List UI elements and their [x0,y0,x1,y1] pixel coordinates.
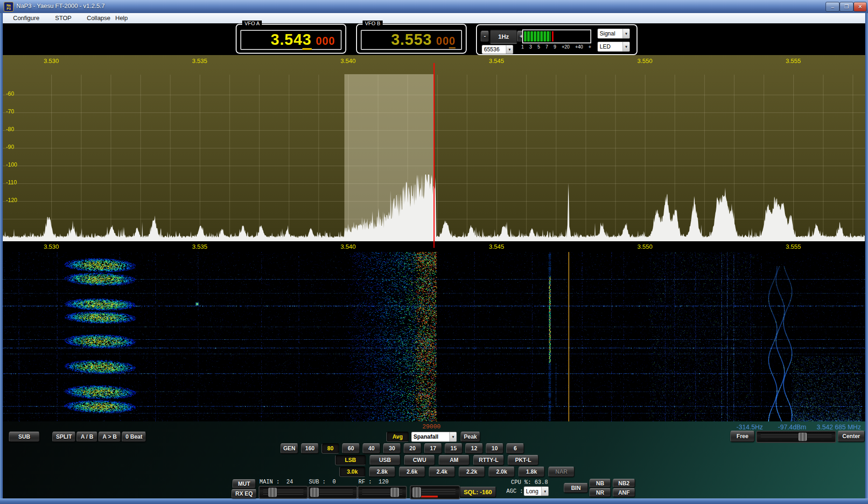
window-border-right [865,13,868,498]
pan-slider-thumb[interactable] [798,432,807,441]
vfo-b-display[interactable]: 3.553 000 [361,30,462,50]
filter-button-2-6k[interactable]: 2.6k [399,467,425,477]
app-window: Na P3 NaP3 - Yaesu FT-2000 - v1.2.5.7 – … [0,0,868,504]
band-button-6[interactable]: 6 [506,443,524,454]
center-button[interactable]: Center [838,431,865,442]
band-button-160[interactable]: 160 [301,443,319,454]
split-button[interactable]: SPLIT [52,432,76,442]
cursor-frequency-readout: 3.542 685 MHz [817,423,861,431]
squelch-thumb[interactable] [412,487,421,498]
maximize-icon: ❐ [844,4,849,10]
close-button[interactable]: ✕ [854,2,867,12]
menu-help[interactable]: Help [115,14,128,21]
filter-button-3-0k[interactable]: 3.0k [339,467,365,477]
dropdown-arrow-icon: ▾ [623,42,630,51]
nb-button[interactable]: NB [589,479,611,488]
bin-button[interactable]: BIN [564,483,588,493]
band-button-17[interactable]: 17 [424,443,442,454]
peak-button[interactable]: Peak [461,432,480,442]
scale-tick: 1 [521,44,524,49]
a-to-b-button[interactable]: A > B [98,432,121,442]
s-meter-peak-marker [552,31,553,42]
vfo-a-display[interactable]: 3.543 000 [240,30,342,50]
band-button-gen[interactable]: GEN [280,443,298,454]
frequency-tick-label: 3.540 [341,243,356,250]
top-control-panel: VFO A 3.543 000 VFO B 3.553 000 - 1Hz + … [3,23,865,55]
menu-stop[interactable]: STOP [55,14,71,21]
frequency-tick-label: 3.545 [489,57,504,64]
mode-button-cwu[interactable]: CWU [404,455,435,465]
mode-button-rtty-l[interactable]: RTTY-L [473,455,504,465]
menu-configure[interactable]: Configure [13,14,39,21]
db-tick-label: -90 [6,144,14,150]
step-size-display: 1Hz [490,29,518,44]
avg-button[interactable]: Avg [386,432,409,442]
nr-button[interactable]: NR [589,488,611,497]
squelch-value-box: SQL: -160 [460,487,496,497]
sub-rx-button[interactable]: SUB [9,432,40,442]
mode-button-usb[interactable]: USB [370,455,400,465]
tuning-cursor: 3 [302,31,311,50]
step-decrement-button[interactable]: - [481,31,489,42]
spectrum-canvas[interactable] [3,55,865,241]
title-bar[interactable]: Na P3 NaP3 - Yaesu FT-2000 - v1.2.5.7 – … [0,0,868,13]
filter-button-2-2k[interactable]: 2.2k [459,467,485,477]
mode-button-pkt-l[interactable]: PKT-L [508,455,539,465]
frequency-tick-label: 3.530 [44,57,59,64]
db-tick-label: -70 [6,108,14,115]
main-volume-slider[interactable] [259,486,308,499]
rf-gain-slider[interactable] [357,486,407,499]
band-button-12[interactable]: 12 [465,443,483,454]
band-button-40[interactable]: 40 [363,443,380,454]
nb2-button[interactable]: NB2 [613,479,635,488]
sub-volume-thumb[interactable] [310,487,319,497]
vfo-b-label: VFO B [363,21,383,26]
waterfall-canvas[interactable] [3,252,865,421]
app-icon-text-bottom: P3 [7,7,11,10]
zero-beat-button[interactable]: 0 Beat [122,432,146,442]
scale-tick: +40 [575,44,583,49]
mode-button-lsb[interactable]: LSB [335,455,366,465]
close-icon: ✕ [858,4,862,10]
filter-button-2-4k[interactable]: 2.4k [429,467,455,477]
s-meter-bars [524,31,551,42]
fft-size-value: 65536 [482,46,506,53]
fft-size-select[interactable]: 65536 ▾ [482,45,513,54]
mute-button[interactable]: MUT [232,479,256,489]
a-b-swap-button[interactable]: A / B [77,432,98,442]
sub-volume-slider[interactable] [308,486,357,499]
band-button-60[interactable]: 60 [342,443,360,454]
meter-group: - 1Hz + 65536 ▾ 1 3 5 7 9 +20 +40 + [476,24,637,55]
band-button-30[interactable]: 30 [383,443,401,454]
menu-collapse[interactable]: Collapse [87,14,111,21]
display-mode-select[interactable]: Spanafall ▾ [411,432,457,442]
agc-select[interactable]: Long ▾ [524,486,549,496]
band-button-20[interactable]: 20 [404,443,421,454]
db-tick-label: -120 [6,197,17,203]
vfo-b-sub-digits: 000 [436,35,455,48]
meter-style-select[interactable]: LED ▾ [597,42,630,52]
filter-button-2-0k[interactable]: 2.0k [489,467,515,477]
mode-button-am[interactable]: AM [439,455,469,465]
filter-button-2-8k[interactable]: 2.8k [369,467,395,477]
band-button-15[interactable]: 15 [445,443,462,454]
meter-source-select[interactable]: Signal ▾ [597,28,630,39]
filter-button-1-8k[interactable]: 1.8k [518,467,545,477]
rf-gain-thumb[interactable] [390,487,399,497]
main-volume-thumb[interactable] [268,487,277,497]
maximize-button[interactable]: ❐ [840,2,854,12]
band-button-80[interactable]: 80 [322,443,339,454]
anf-button[interactable]: ANF [613,488,635,497]
minimize-button[interactable]: – [826,2,840,12]
level-readout: -97.4dBm [778,423,806,431]
bottom-control-panel: 29000 -314.5Hz -97.4dBm 3.542 685 MHz SU… [3,421,865,498]
rx-eq-button[interactable]: RX EQ [231,489,257,498]
pan-slider[interactable] [756,431,836,443]
dropdown-arrow-icon: ▾ [506,45,513,54]
filter-button-nar[interactable]: NAR [548,467,574,477]
squelch-slider[interactable] [410,485,460,499]
free-button[interactable]: Free [730,431,755,442]
squelch-signal-bar-red [421,496,438,497]
menu-bar: Configure STOP Collapse Help [3,13,865,24]
band-button-10[interactable]: 10 [486,443,504,454]
